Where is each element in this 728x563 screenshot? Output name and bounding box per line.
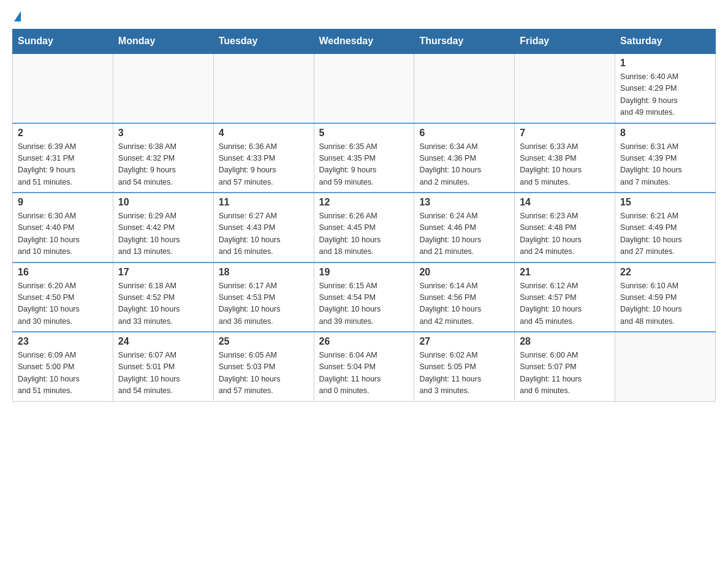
day-number: 24 [118,336,208,347]
day-info: Sunrise: 6:02 AMSunset: 5:05 PMDaylight:… [419,350,509,397]
day-number: 12 [319,197,409,208]
day-info: Sunrise: 6:12 AMSunset: 4:57 PMDaylight:… [520,280,610,328]
day-number: 1 [620,58,710,69]
day-number: 20 [419,267,509,278]
table-row: 1Sunrise: 6:40 AMSunset: 4:29 PMDaylight… [615,53,716,123]
table-row: 11Sunrise: 6:27 AMSunset: 4:43 PMDayligh… [213,193,314,262]
table-row [113,53,213,123]
page-header [12,12,716,23]
table-row [314,53,414,123]
table-row: 16Sunrise: 6:20 AMSunset: 4:50 PMDayligh… [13,262,113,332]
day-info: Sunrise: 6:27 AMSunset: 4:43 PMDaylight:… [219,210,309,258]
table-row: 15Sunrise: 6:21 AMSunset: 4:49 PMDayligh… [615,193,716,262]
day-number: 10 [118,197,208,208]
day-info: Sunrise: 6:24 AMSunset: 4:46 PMDaylight:… [419,210,509,258]
table-row [515,53,615,123]
day-number: 8 [620,128,710,139]
weekday-header-row: Sunday Monday Tuesday Wednesday Thursday… [13,29,716,54]
day-info: Sunrise: 6:34 AMSunset: 4:36 PMDaylight:… [419,141,509,189]
table-row: 26Sunrise: 6:04 AMSunset: 5:04 PMDayligh… [314,332,414,401]
day-number: 19 [319,267,409,278]
day-number: 17 [118,267,208,278]
table-row: 5Sunrise: 6:35 AMSunset: 4:35 PMDaylight… [314,123,414,193]
day-info: Sunrise: 6:09 AMSunset: 5:00 PMDaylight:… [18,350,108,397]
table-row [213,53,314,123]
day-info: Sunrise: 6:30 AMSunset: 4:40 PMDaylight:… [18,210,108,258]
day-number: 11 [219,197,309,208]
table-row: 10Sunrise: 6:29 AMSunset: 4:42 PMDayligh… [113,193,213,262]
day-info: Sunrise: 6:31 AMSunset: 4:39 PMDaylight:… [620,141,710,189]
logo [12,12,21,23]
table-row: 12Sunrise: 6:26 AMSunset: 4:45 PMDayligh… [314,193,414,262]
header-thursday: Thursday [414,29,515,54]
table-row: 8Sunrise: 6:31 AMSunset: 4:39 PMDaylight… [615,123,716,193]
day-number: 2 [18,128,108,139]
header-wednesday: Wednesday [314,29,414,54]
day-info: Sunrise: 6:26 AMSunset: 4:45 PMDaylight:… [319,210,409,258]
day-info: Sunrise: 6:07 AMSunset: 5:01 PMDaylight:… [118,350,208,397]
header-friday: Friday [515,29,615,54]
day-number: 15 [620,197,710,208]
table-row: 4Sunrise: 6:36 AMSunset: 4:33 PMDaylight… [213,123,314,193]
day-info: Sunrise: 6:29 AMSunset: 4:42 PMDaylight:… [118,210,208,258]
table-row [615,332,716,401]
header-tuesday: Tuesday [213,29,314,54]
table-row: 2Sunrise: 6:39 AMSunset: 4:31 PMDaylight… [13,123,113,193]
day-number: 7 [520,128,610,139]
day-info: Sunrise: 6:15 AMSunset: 4:54 PMDaylight:… [319,280,409,328]
table-row: 3Sunrise: 6:38 AMSunset: 4:32 PMDaylight… [113,123,213,193]
day-number: 9 [18,197,108,208]
calendar-table: Sunday Monday Tuesday Wednesday Thursday… [12,29,716,402]
day-number: 21 [520,267,610,278]
calendar-week-row: 1Sunrise: 6:40 AMSunset: 4:29 PMDaylight… [13,53,716,123]
table-row: 22Sunrise: 6:10 AMSunset: 4:59 PMDayligh… [615,262,716,332]
day-number: 25 [219,336,309,347]
day-info: Sunrise: 6:36 AMSunset: 4:33 PMDaylight:… [219,141,309,189]
day-info: Sunrise: 6:40 AMSunset: 4:29 PMDaylight:… [620,71,710,119]
day-number: 5 [319,128,409,139]
table-row: 7Sunrise: 6:33 AMSunset: 4:38 PMDaylight… [515,123,615,193]
table-row: 20Sunrise: 6:14 AMSunset: 4:56 PMDayligh… [414,262,515,332]
day-info: Sunrise: 6:39 AMSunset: 4:31 PMDaylight:… [18,141,108,189]
day-info: Sunrise: 6:05 AMSunset: 5:03 PMDaylight:… [219,350,309,397]
day-number: 26 [319,336,409,347]
day-number: 3 [118,128,208,139]
header-sunday: Sunday [13,29,113,54]
logo-triangle-icon [14,11,21,21]
day-number: 22 [620,267,710,278]
day-info: Sunrise: 6:00 AMSunset: 5:07 PMDaylight:… [520,350,610,397]
table-row: 9Sunrise: 6:30 AMSunset: 4:40 PMDaylight… [13,193,113,262]
day-number: 23 [18,336,108,347]
day-number: 13 [419,197,509,208]
day-info: Sunrise: 6:21 AMSunset: 4:49 PMDaylight:… [620,210,710,258]
calendar-week-row: 9Sunrise: 6:30 AMSunset: 4:40 PMDaylight… [13,193,716,262]
day-info: Sunrise: 6:33 AMSunset: 4:38 PMDaylight:… [520,141,610,189]
day-info: Sunrise: 6:14 AMSunset: 4:56 PMDaylight:… [419,280,509,328]
day-info: Sunrise: 6:35 AMSunset: 4:35 PMDaylight:… [319,141,409,189]
day-number: 6 [419,128,509,139]
header-saturday: Saturday [615,29,716,54]
day-info: Sunrise: 6:18 AMSunset: 4:52 PMDaylight:… [118,280,208,328]
table-row: 28Sunrise: 6:00 AMSunset: 5:07 PMDayligh… [515,332,615,401]
day-number: 16 [18,267,108,278]
table-row: 17Sunrise: 6:18 AMSunset: 4:52 PMDayligh… [113,262,213,332]
day-info: Sunrise: 6:10 AMSunset: 4:59 PMDaylight:… [620,280,710,328]
calendar-week-row: 16Sunrise: 6:20 AMSunset: 4:50 PMDayligh… [13,262,716,332]
day-info: Sunrise: 6:20 AMSunset: 4:50 PMDaylight:… [18,280,108,328]
day-info: Sunrise: 6:23 AMSunset: 4:48 PMDaylight:… [520,210,610,258]
day-number: 4 [219,128,309,139]
table-row [414,53,515,123]
day-info: Sunrise: 6:17 AMSunset: 4:53 PMDaylight:… [219,280,309,328]
table-row [13,53,113,123]
table-row: 21Sunrise: 6:12 AMSunset: 4:57 PMDayligh… [515,262,615,332]
header-monday: Monday [113,29,213,54]
table-row: 13Sunrise: 6:24 AMSunset: 4:46 PMDayligh… [414,193,515,262]
day-number: 28 [520,336,610,347]
table-row: 6Sunrise: 6:34 AMSunset: 4:36 PMDaylight… [414,123,515,193]
table-row: 27Sunrise: 6:02 AMSunset: 5:05 PMDayligh… [414,332,515,401]
table-row: 14Sunrise: 6:23 AMSunset: 4:48 PMDayligh… [515,193,615,262]
table-row: 19Sunrise: 6:15 AMSunset: 4:54 PMDayligh… [314,262,414,332]
day-info: Sunrise: 6:04 AMSunset: 5:04 PMDaylight:… [319,350,409,397]
table-row: 23Sunrise: 6:09 AMSunset: 5:00 PMDayligh… [13,332,113,401]
calendar-week-row: 2Sunrise: 6:39 AMSunset: 4:31 PMDaylight… [13,123,716,193]
